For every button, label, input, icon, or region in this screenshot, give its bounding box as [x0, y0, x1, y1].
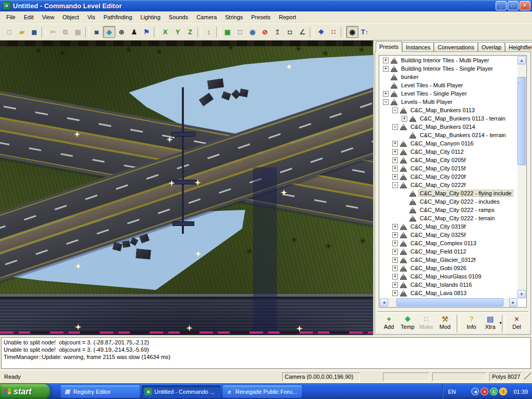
menu-item[interactable]: File: [2, 12, 20, 22]
menu-item[interactable]: Pathfinding: [99, 12, 136, 22]
tree-expander[interactable]: [392, 282, 398, 288]
tree-expander[interactable]: [392, 174, 398, 180]
info-button[interactable]: ? Info ▼: [463, 315, 480, 330]
tree-expander[interactable]: [383, 66, 389, 72]
make-button[interactable]: ∷ Make ▼: [418, 315, 435, 330]
tree-item[interactable]: Level Tiles - Multi Player: [380, 81, 517, 89]
tree-expander[interactable]: [392, 124, 398, 130]
tree-item[interactable]: C&C_Map_Bunkers 0113 - terrain: [380, 114, 517, 123]
save-button[interactable]: ◼: [28, 26, 41, 38]
resize-grip[interactable]: [524, 373, 531, 381]
tree-item[interactable]: C&C_Map_Complex 0113: [380, 239, 517, 247]
tree-item[interactable]: C&C_Map_City 0222 - flying include: [380, 189, 517, 197]
tree-expander[interactable]: [392, 141, 398, 147]
tree-expander[interactable]: [392, 149, 398, 155]
del-button[interactable]: × Del ▼: [508, 315, 525, 330]
minimize-button[interactable]: _: [496, 1, 507, 10]
tree-item[interactable]: C&C_Map_City 0222 - terrain: [380, 214, 517, 222]
axis-x-button[interactable]: X: [159, 26, 171, 38]
tree-item[interactable]: C&C_Map_City 0112: [380, 148, 517, 156]
tree-item[interactable]: C&C_Map_City 0222f: [380, 181, 517, 189]
solid-mode-button[interactable]: ▣: [221, 26, 234, 38]
close-button[interactable]: ×: [520, 1, 530, 10]
tree-item[interactable]: C&C_Map_City 0205f: [380, 156, 517, 164]
tree-item[interactable]: Level Tiles - Single Player: [380, 89, 517, 98]
tree-expander[interactable]: [392, 157, 398, 163]
task-renegade-forum[interactable]: e Renegade Public Foru...: [223, 385, 302, 398]
camera-mode-button[interactable]: ◙: [90, 26, 103, 38]
tree-expander[interactable]: [392, 232, 398, 238]
task-registry-editor[interactable]: ▦ Registry Editor: [61, 385, 140, 398]
mod-button[interactable]: ⚒ Mod ▼: [436, 315, 454, 330]
menu-item[interactable]: Object: [58, 12, 83, 22]
tree-expander[interactable]: [392, 224, 398, 230]
menu-item[interactable]: Strings: [221, 12, 247, 22]
horizontal-scroll-thumb[interactable]: [396, 298, 503, 307]
panel-tab[interactable]: Presets: [376, 41, 402, 52]
tree-item[interactable]: C&C_Map_City 0222 - includes: [380, 197, 517, 206]
tree-item[interactable]: C&C_Map_City 0319f: [380, 222, 517, 231]
tree-item[interactable]: Building Interior Tiles - Single Player: [380, 64, 517, 73]
snap-points-button[interactable]: ∷: [327, 26, 340, 38]
walk-mode-button[interactable]: ♟: [128, 26, 140, 38]
import-button[interactable]: ↥: [271, 26, 284, 38]
waypath-flag-button[interactable]: ⚑: [140, 26, 153, 38]
menu-item[interactable]: Presets: [247, 12, 275, 22]
visibility-eye-button[interactable]: ◉: [346, 26, 358, 38]
scroll-down-icon[interactable]: ▼: [517, 290, 526, 298]
temp-button[interactable]: ❖ Temp ▼: [399, 315, 416, 330]
tree-expander[interactable]: [392, 241, 398, 246]
tree-item[interactable]: C&C_Map_Gobi 0926: [380, 264, 517, 272]
copy-button[interactable]: ⧉: [59, 26, 72, 38]
menu-item[interactable]: Edit: [20, 12, 38, 22]
tree-item[interactable]: C&C_Map_City 0215f: [380, 164, 517, 172]
antivirus-tray-icon[interactable]: C: [490, 388, 498, 395]
tree-expander[interactable]: [392, 274, 398, 280]
tree-expander[interactable]: [392, 108, 398, 113]
tree-item[interactable]: Building Interior Tiles - Multi Player: [380, 56, 517, 64]
start-button[interactable]: start: [0, 384, 50, 399]
tree-expander[interactable]: [392, 265, 398, 271]
tree-item[interactable]: C&C_Map_City 0325f: [380, 231, 517, 239]
tree-item[interactable]: C&C_Map_Bunkers 0214: [380, 123, 517, 131]
panel-tab[interactable]: Heightfield: [505, 42, 532, 51]
viewport-scene[interactable]: ✳✳✳✳✳✳✳✳✳✳✳✳: [0, 41, 373, 335]
show-objects-button[interactable]: ◉: [246, 26, 259, 38]
camera-settings-button[interactable]: ◘: [284, 26, 296, 38]
tree-item[interactable]: C&C_Map_Islands 0116: [380, 281, 517, 289]
axis-y-button[interactable]: Y: [171, 26, 184, 38]
tree-item[interactable]: C&C_Map_Lava 0813: [380, 289, 517, 297]
scroll-left-icon[interactable]: ◄: [380, 298, 388, 307]
zone-edit-button[interactable]: ∠: [296, 26, 309, 38]
xtra-button[interactable]: ▤ Xtra ▼: [482, 315, 499, 330]
tree-item[interactable]: bunker: [380, 73, 517, 81]
tree-item[interactable]: C&C_Map_HourGlass 0109: [380, 272, 517, 281]
menu-item[interactable]: Lighting: [136, 12, 165, 22]
tree-item[interactable]: C&C_Map_Bunkers 0113: [380, 106, 517, 114]
vertical-scroll-thumb[interactable]: ≡: [517, 77, 526, 165]
orbit-axis-button[interactable]: ⊕: [115, 26, 128, 38]
tree-expander[interactable]: [383, 99, 389, 105]
menu-item[interactable]: Report: [275, 12, 300, 22]
maximize-button[interactable]: □: [508, 1, 518, 10]
add-button[interactable]: + Add ▼: [380, 315, 397, 330]
drop-to-ground-button[interactable]: ↕: [203, 26, 215, 38]
menu-item[interactable]: Sounds: [165, 12, 192, 22]
panel-tab[interactable]: Instances: [402, 42, 434, 51]
menu-item[interactable]: Vis: [83, 12, 99, 22]
tree-vertical-scrollbar[interactable]: ▲ ≡ ▼: [517, 56, 526, 298]
open-file-button[interactable]: ▰: [16, 26, 28, 38]
tree-item[interactable]: C&C_Map_Bunkers 0214 - terrain: [380, 131, 517, 139]
tree-expander[interactable]: [402, 116, 407, 122]
hide-objects-button[interactable]: ⊘: [259, 26, 271, 38]
tree-expander[interactable]: [392, 257, 398, 263]
alert-tray-icon[interactable]: ×: [481, 388, 488, 395]
tree-expander[interactable]: [383, 58, 389, 63]
scroll-track[interactable]: [503, 298, 509, 307]
tree-expander[interactable]: [392, 182, 398, 188]
tree-item[interactable]: C&C_Map_Field 0112: [380, 247, 517, 256]
tree-expander[interactable]: [392, 166, 398, 171]
scroll-up-icon[interactable]: ▲: [517, 56, 526, 64]
tree-item[interactable]: C&C_Map_Canyon 0116: [380, 139, 517, 148]
tree-item[interactable]: C&C_Map_City 0222 - ramps: [380, 206, 517, 214]
